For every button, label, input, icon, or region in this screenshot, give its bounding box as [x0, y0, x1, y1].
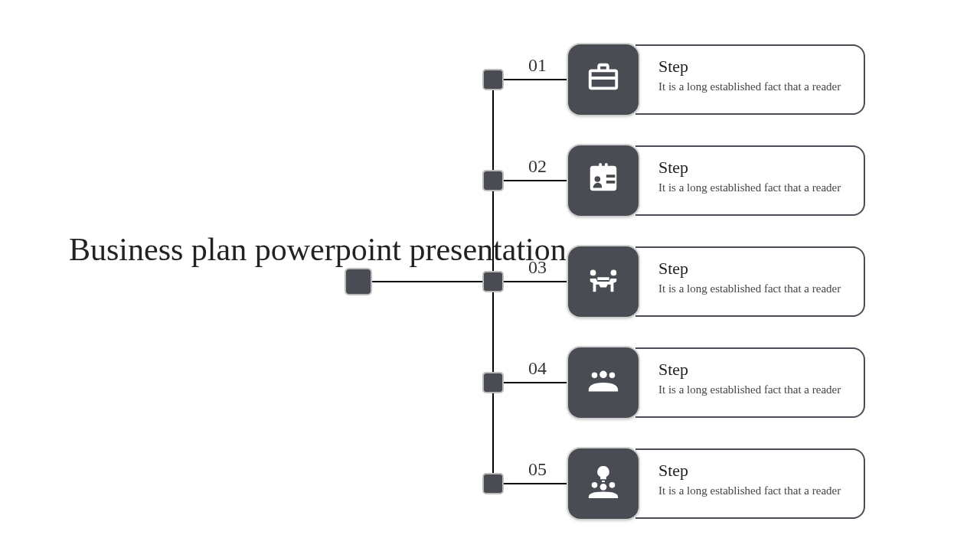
step-number: 04: [528, 358, 547, 379]
briefcase-icon: [586, 60, 621, 99]
step-title: Step: [658, 158, 848, 178]
step-description: It is a long established fact that a rea…: [658, 383, 848, 398]
step-title: Step: [658, 461, 848, 481]
idea-group-icon: [586, 465, 621, 503]
connector-branch: [493, 79, 570, 80]
step-number: 02: [528, 156, 547, 177]
step-title: Step: [658, 360, 848, 380]
branch-node: [482, 372, 504, 393]
step-description: It is a long established fact that a rea…: [658, 80, 848, 95]
step-icon-box: [568, 44, 639, 115]
group-icon: [586, 364, 621, 402]
step-text-box: Step It is a long established fact that …: [635, 246, 865, 317]
step-description: It is a long established fact that a rea…: [658, 484, 848, 499]
step-icon-box: [568, 145, 639, 216]
branch-node: [482, 271, 504, 292]
branch-node: [482, 69, 504, 90]
step-number: 03: [528, 257, 547, 278]
connector-branch: [493, 180, 570, 181]
step-number: 05: [528, 459, 547, 480]
steps-diagram: 01 Step It is a long established fact th…: [345, 54, 880, 513]
connector-root: [360, 281, 494, 282]
step-item: 02 Step It is a long established fact th…: [482, 155, 880, 231]
step-description: It is a long established fact that a rea…: [658, 181, 848, 196]
step-text-box: Step It is a long established fact that …: [635, 44, 865, 115]
branch-node: [482, 473, 504, 494]
step-item: 04 Step It is a long established fact th…: [482, 357, 880, 433]
step-text-box: Step It is a long established fact that …: [635, 347, 865, 418]
badge-icon: [586, 161, 621, 200]
step-text-box: Step It is a long established fact that …: [635, 145, 865, 216]
step-item: 05 Step It is a long established fact th…: [482, 458, 880, 534]
step-item: 01 Step It is a long established fact th…: [482, 54, 880, 130]
connector-branch: [493, 281, 570, 282]
step-description: It is a long established fact that a rea…: [658, 282, 848, 297]
step-number: 01: [528, 55, 547, 76]
connector-branch: [493, 382, 570, 383]
step-title: Step: [658, 57, 848, 77]
step-title: Step: [658, 259, 848, 279]
branch-node: [482, 170, 504, 191]
root-node: [345, 268, 372, 295]
step-icon-box: [568, 246, 639, 317]
meeting-icon: [586, 262, 621, 301]
step-text-box: Step It is a long established fact that …: [635, 448, 865, 519]
connector-branch: [493, 483, 570, 484]
step-icon-box: [568, 448, 639, 519]
step-item: 03 Step It is a long established fact th…: [482, 256, 880, 332]
step-icon-box: [568, 347, 639, 418]
